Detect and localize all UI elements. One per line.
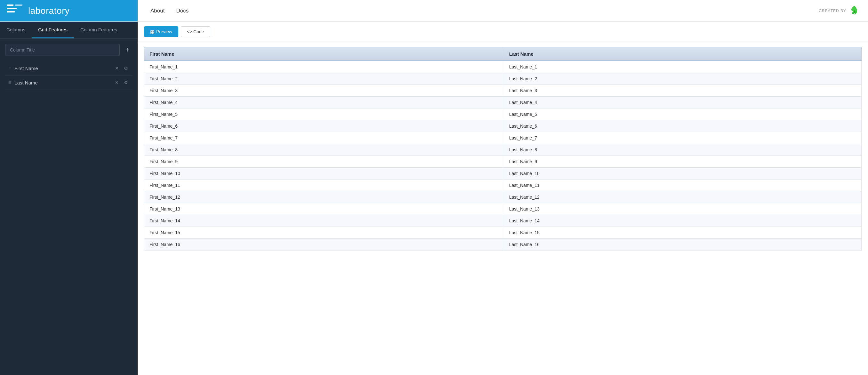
created-by-area: CREATED BY [811,5,868,17]
data-grid: First Name Last Name First_Name_1Last_Na… [144,47,862,251]
main-content: ▦ Preview <> Code First Name Last Name F… [137,22,868,375]
column-input-row: + [5,44,132,56]
brand-title: laboratory [28,6,70,16]
cell-first-name: First_Name_1 [144,61,504,73]
cell-first-name: First_Name_7 [144,132,504,144]
cell-first-name: First_Name_11 [144,180,504,191]
table-row: First_Name_1Last_Name_1 [144,61,862,73]
column-item-actions: ✕ ⚙ [114,80,129,86]
grid-icon: ▦ [150,29,154,34]
tab-grid-features[interactable]: Grid Features [32,22,74,38]
cell-last-name: Last_Name_15 [504,227,861,239]
settings-column-button[interactable]: ⚙ [123,80,129,86]
table-row: First_Name_4Last_Name_4 [144,97,862,108]
column-title-input[interactable] [5,44,120,56]
table-row: First_Name_9Last_Name_9 [144,156,862,168]
drag-handle-icon: ≡ [8,80,11,86]
cell-first-name: First_Name_6 [144,120,504,132]
cell-last-name: Last_Name_9 [504,156,861,168]
table-row: First_Name_5Last_Name_5 [144,108,862,120]
cell-last-name: Last_Name_12 [504,191,861,203]
logo-icon [6,3,23,19]
created-by-label: CREATED BY [819,9,846,13]
cell-last-name: Last_Name_6 [504,120,861,132]
main-layout: Columns Grid Features Column Features + … [0,22,868,375]
grid-body: First_Name_1Last_Name_1First_Name_2Last_… [144,61,862,251]
flame-icon [849,5,860,17]
sidebar: Columns Grid Features Column Features + … [0,22,137,375]
cell-last-name: Last_Name_16 [504,239,861,251]
cell-last-name: Last_Name_2 [504,73,861,85]
svg-rect-0 [7,4,13,6]
remove-column-button[interactable]: ✕ [114,80,120,86]
cell-first-name: First_Name_5 [144,108,504,120]
preview-button[interactable]: ▦ Preview [144,26,178,37]
column-item-last-name[interactable]: ≡ Last Name ✕ ⚙ [5,75,132,90]
sidebar-content: + ≡ First Name ✕ ⚙ ≡ Last Name ✕ ⚙ [0,39,137,375]
table-row: First_Name_2Last_Name_2 [144,73,862,85]
code-button[interactable]: <> Code [181,26,210,37]
sidebar-tabs: Columns Grid Features Column Features [0,22,137,39]
table-row: First_Name_11Last_Name_11 [144,180,862,191]
code-label: <> Code [187,29,204,34]
add-column-button[interactable]: + [122,45,132,55]
cell-first-name: First_Name_14 [144,215,504,227]
column-item-label: Last Name [14,80,111,86]
preview-label: Preview [156,29,172,34]
top-nav: laboratory About Docs CREATED BY [0,0,868,22]
settings-column-button[interactable]: ⚙ [123,65,129,71]
grid-container: First Name Last Name First_Name_1Last_Na… [137,42,868,375]
cell-first-name: First_Name_8 [144,144,504,156]
columns-list: ≡ First Name ✕ ⚙ ≡ Last Name ✕ ⚙ [5,61,132,90]
cell-last-name: Last_Name_13 [504,203,861,215]
header-last-name: Last Name [504,48,861,61]
cell-first-name: First_Name_4 [144,97,504,108]
svg-rect-2 [7,11,15,12]
header-first-name: First Name [144,48,504,61]
cell-last-name: Last_Name_14 [504,215,861,227]
brand-area: laboratory [0,0,137,22]
cell-first-name: First_Name_13 [144,203,504,215]
cell-last-name: Last_Name_1 [504,61,861,73]
table-row: First_Name_7Last_Name_7 [144,132,862,144]
nav-about[interactable]: About [145,5,169,17]
tab-column-features[interactable]: Column Features [74,22,124,38]
cell-last-name: Last_Name_4 [504,97,861,108]
cell-first-name: First_Name_10 [144,168,504,180]
cell-last-name: Last_Name_11 [504,180,861,191]
cell-last-name: Last_Name_3 [504,85,861,97]
cell-first-name: First_Name_3 [144,85,504,97]
cell-last-name: Last_Name_7 [504,132,861,144]
cell-first-name: First_Name_16 [144,239,504,251]
table-row: First_Name_14Last_Name_14 [144,215,862,227]
tab-columns[interactable]: Columns [0,22,32,38]
table-row: First_Name_3Last_Name_3 [144,85,862,97]
table-row: First_Name_8Last_Name_8 [144,144,862,156]
table-row: First_Name_12Last_Name_12 [144,191,862,203]
cell-last-name: Last_Name_5 [504,108,861,120]
table-row: First_Name_13Last_Name_13 [144,203,862,215]
nav-docs[interactable]: Docs [171,5,194,17]
column-item-actions: ✕ ⚙ [114,65,129,71]
svg-rect-3 [16,4,22,6]
header-row: First Name Last Name [144,48,862,61]
drag-handle-icon: ≡ [8,65,11,71]
table-row: First_Name_6Last_Name_6 [144,120,862,132]
nav-links: About Docs [137,5,811,17]
cell-first-name: First_Name_12 [144,191,504,203]
cell-first-name: First_Name_15 [144,227,504,239]
table-row: First_Name_10Last_Name_10 [144,168,862,180]
column-item-label: First Name [14,66,111,71]
remove-column-button[interactable]: ✕ [114,65,120,71]
column-item-first-name[interactable]: ≡ First Name ✕ ⚙ [5,61,132,75]
table-row: First_Name_15Last_Name_15 [144,227,862,239]
cell-first-name: First_Name_9 [144,156,504,168]
table-row: First_Name_16Last_Name_16 [144,239,862,251]
cell-first-name: First_Name_2 [144,73,504,85]
cell-last-name: Last_Name_10 [504,168,861,180]
toolbar: ▦ Preview <> Code [137,22,868,42]
cell-last-name: Last_Name_8 [504,144,861,156]
svg-rect-1 [7,8,17,9]
